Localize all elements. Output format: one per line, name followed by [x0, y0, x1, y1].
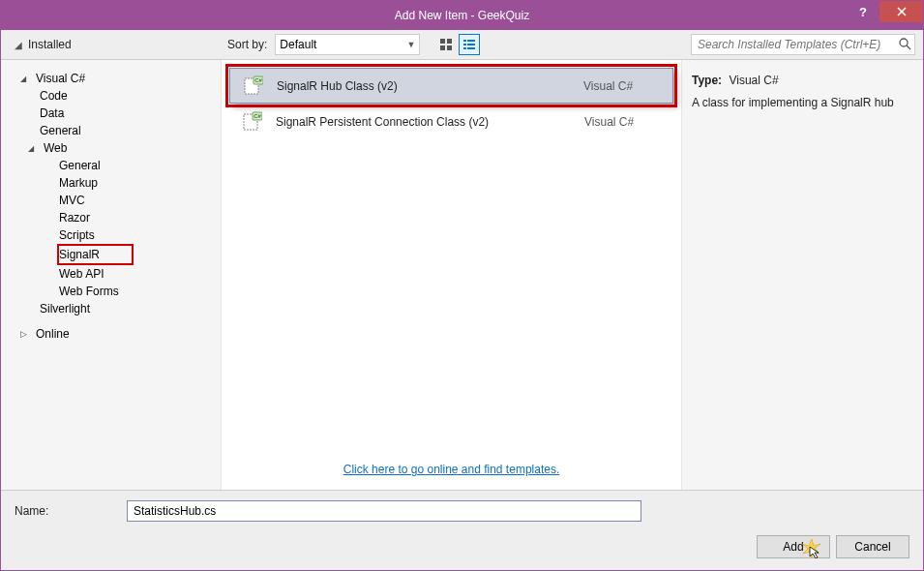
toolbar: ◢ Installed Sort by: Default ▼: [1, 30, 923, 60]
name-row: Name:: [15, 500, 909, 522]
close-button[interactable]: [879, 1, 923, 22]
svg-rect-3: [447, 45, 452, 50]
view-list-button[interactable]: [459, 34, 480, 55]
breadcrumb-caret-icon: ◢: [15, 40, 22, 50]
details-pane: Type: Visual C# A class for implementing…: [681, 60, 923, 490]
template-name: SignalR Hub Class (v2): [277, 79, 570, 93]
tree-item-web-webforms[interactable]: Web Forms: [1, 283, 221, 300]
template-row-signalr-hub[interactable]: C# SignalR Hub Class (v2) Visual C#: [229, 68, 673, 104]
window-controls: ?: [847, 1, 923, 22]
tree-item-web-general[interactable]: General: [1, 157, 221, 174]
tree-item-silverlight[interactable]: Silverlight: [1, 300, 221, 317]
tree-item-data[interactable]: Data: [1, 105, 221, 122]
template-lang: Visual C#: [584, 115, 662, 129]
csharp-file-icon: C#: [242, 75, 263, 97]
svg-rect-1: [447, 39, 452, 44]
tree-item-web-scripts[interactable]: Scripts: [1, 226, 221, 244]
svg-rect-2: [440, 45, 445, 50]
tree-item-online[interactable]: Online: [1, 325, 221, 343]
list-icon: [462, 38, 476, 51]
expand-caret-icon: [20, 74, 32, 83]
collapse-caret-icon: [20, 329, 32, 339]
tree-item-web-razor[interactable]: Razor: [1, 209, 221, 226]
svg-rect-0: [440, 39, 445, 44]
sortby-label: Sort by:: [227, 38, 267, 51]
footer: Name: Add Cancel: [1, 490, 923, 570]
template-name: SignalR Persistent Connection Class (v2): [276, 115, 571, 129]
name-label: Name:: [15, 504, 127, 518]
tree-item-web-webapi[interactable]: Web API: [1, 265, 221, 283]
template-list: C# SignalR Hub Class (v2) Visual C# C# S…: [222, 60, 681, 147]
button-row: Add Cancel: [15, 535, 909, 558]
svg-text:C#: C#: [254, 77, 262, 83]
add-button[interactable]: Add: [757, 535, 830, 558]
details-type-value: Visual C#: [729, 74, 778, 87]
svg-rect-4: [463, 40, 466, 42]
online-templates-link[interactable]: Click here to go online and find templat…: [343, 463, 559, 476]
svg-rect-5: [467, 40, 475, 42]
online-templates-link-wrap: Click here to go online and find templat…: [222, 463, 681, 490]
dropdown-caret-icon: ▼: [406, 40, 415, 49]
svg-rect-6: [463, 44, 466, 45]
svg-text:C#: C#: [253, 113, 261, 119]
tree-item-web[interactable]: Web: [1, 139, 221, 157]
view-grid-button[interactable]: [435, 34, 457, 55]
template-pane: C# SignalR Hub Class (v2) Visual C# C# S…: [222, 60, 681, 490]
template-row-signalr-persistent[interactable]: C# SignalR Persistent Connection Class (…: [229, 104, 673, 139]
help-button[interactable]: ?: [847, 1, 879, 22]
svg-point-10: [900, 39, 908, 46]
sortby-value: Default: [280, 38, 316, 51]
svg-rect-9: [467, 47, 475, 49]
close-icon: [897, 7, 907, 16]
tree-item-web-markup[interactable]: Markup: [1, 174, 221, 192]
category-tree: Visual C# Code Data General Web General …: [1, 60, 222, 490]
svg-line-11: [907, 45, 910, 49]
csharp-file-icon: C#: [241, 111, 262, 133]
expand-caret-icon: [28, 143, 40, 153]
cancel-button[interactable]: Cancel: [836, 535, 909, 558]
tree-item-general[interactable]: General: [1, 122, 221, 139]
view-toggle: [435, 34, 480, 55]
svg-rect-8: [463, 47, 466, 49]
details-type-row: Type: Visual C#: [692, 74, 913, 87]
tree-item-visual-csharp[interactable]: Visual C#: [1, 70, 221, 87]
search-input[interactable]: [691, 34, 915, 55]
search-icon: [898, 37, 911, 50]
window-title: Add New Item - GeekQuiz: [1, 9, 923, 22]
svg-rect-7: [467, 44, 475, 45]
tree-item-web-signalr[interactable]: SignalR: [57, 244, 134, 265]
tree-item-code[interactable]: Code: [1, 87, 221, 105]
tree-item-web-mvc[interactable]: MVC: [1, 192, 221, 209]
sortby-select[interactable]: Default ▼: [275, 34, 420, 55]
dialog-body: Visual C# Code Data General Web General …: [1, 60, 923, 490]
details-type-label: Type:: [692, 74, 722, 87]
installed-label[interactable]: Installed: [28, 38, 72, 51]
name-input[interactable]: [127, 500, 641, 522]
svg-marker-18: [802, 539, 820, 558]
cursor-click-icon: [802, 539, 821, 558]
grid-icon: [439, 38, 453, 51]
search-wrap: [691, 34, 915, 55]
titlebar: Add New Item - GeekQuiz ?: [1, 1, 923, 30]
details-description: A class for implementing a SignalR hub: [692, 95, 913, 111]
template-lang: Visual C#: [583, 79, 661, 93]
